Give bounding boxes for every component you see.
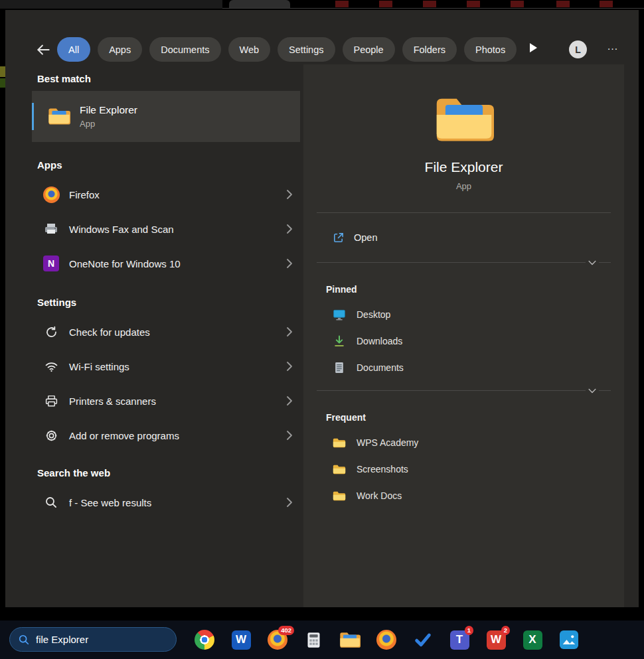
result-windows-fax-and-scan[interactable]: Windows Fax and Scan (32, 212, 300, 246)
pinned-label: Documents (357, 362, 404, 373)
chevron-down-icon[interactable] (586, 387, 599, 395)
taskbar-todo[interactable] (412, 628, 434, 651)
filter-tab-people[interactable]: People (343, 37, 395, 62)
account-avatar[interactable]: L (569, 40, 587, 58)
divider (317, 390, 611, 391)
firefox-icon (42, 186, 60, 203)
filter-tab-all[interactable]: All (57, 37, 90, 62)
desktop-edge (0, 66, 5, 77)
taskbar-firefox-badged[interactable]: 402 (266, 628, 289, 651)
chevron-right-icon[interactable] (285, 496, 293, 509)
best-match-result[interactable]: File Explorer App (32, 91, 300, 142)
pinned-heading: Pinned (326, 284, 624, 295)
download-icon (333, 334, 346, 348)
excel-icon: X (523, 630, 542, 650)
desktop-edge (0, 78, 5, 88)
result-printers-scanners[interactable]: Printers & scanners (32, 384, 300, 418)
result-check-for-updates[interactable]: Check for updates (32, 315, 300, 349)
taskbar-teams[interactable]: T 1 (448, 628, 471, 651)
taskbar-search-input[interactable] (36, 634, 155, 645)
chevron-right-icon[interactable] (285, 360, 293, 373)
file-explorer-folder-icon-large (303, 64, 624, 145)
notification-badge: 1 (465, 626, 473, 635)
notification-badge: 2 (501, 626, 510, 635)
pinned-label: Desktop (357, 309, 390, 320)
desktop-icon (333, 308, 346, 321)
folder-icon (333, 436, 346, 449)
preview-pane: File Explorer App Open Pinned Desktop (303, 64, 624, 607)
folder-icon (333, 463, 346, 476)
taskbar-photos[interactable] (558, 628, 580, 651)
taskbar-chrome[interactable] (193, 628, 216, 651)
filter-tab-apps[interactable]: Apps (98, 37, 142, 62)
pinned-item-downloads[interactable]: Downloads (303, 328, 624, 354)
chevron-right-icon[interactable] (285, 188, 293, 201)
frequent-label: Screenshots (357, 464, 408, 475)
background-thumbnail (379, 1, 392, 7)
chevron-right-icon[interactable] (285, 325, 293, 338)
wifi-icon (42, 358, 60, 375)
filter-tab-settings[interactable]: Settings (278, 37, 335, 62)
frequent-item-work-docs[interactable]: Work Docs (303, 482, 624, 509)
result-firefox[interactable]: Firefox (32, 177, 300, 212)
taskbar-word[interactable]: W (230, 628, 252, 651)
pinned-item-documents[interactable]: Documents (303, 354, 624, 381)
more-options-button[interactable]: … (603, 37, 623, 56)
search-icon (42, 494, 60, 511)
filters-overflow-icon[interactable] (530, 43, 537, 52)
taskbar-calculator[interactable] (302, 628, 325, 651)
result-label: Add or remove programs (69, 430, 285, 441)
pinned-label: Downloads (357, 336, 402, 346)
search-filter-tabs: All Apps Documents Web Settings People F… (57, 37, 517, 62)
frequent-item-wps-academy[interactable]: WPS Academy (303, 429, 624, 456)
taskbar-search-box[interactable] (9, 627, 177, 652)
result-label: OneNote for Windows 10 (69, 258, 285, 269)
frequent-heading: Frequent (326, 412, 624, 423)
chevron-down-icon[interactable] (586, 259, 599, 267)
result-onenote[interactable]: N OneNote for Windows 10 (32, 246, 300, 281)
open-icon (332, 232, 345, 244)
taskbar-excel[interactable]: X (521, 628, 544, 651)
divider (317, 212, 611, 213)
preview-subtitle: App (303, 181, 624, 191)
taskbar: W 402 T 1 W 2 X (0, 621, 644, 659)
open-label: Open (354, 232, 377, 243)
selection-accent-bar (32, 103, 34, 130)
result-label: f - See web results (69, 497, 285, 508)
file-explorer-folder-icon (48, 107, 70, 126)
open-action[interactable]: Open (303, 213, 624, 262)
result-wifi-settings[interactable]: Wi-Fi settings (32, 349, 300, 384)
frequent-item-screenshots[interactable]: Screenshots (303, 456, 624, 482)
onenote-icon: N (42, 255, 60, 272)
divider (222, 8, 644, 9)
result-label: Check for updates (69, 327, 285, 338)
taskbar-file-explorer[interactable] (339, 628, 361, 651)
chevron-right-icon[interactable] (285, 222, 293, 236)
best-match-title: File Explorer (80, 104, 137, 116)
taskbar-firefox[interactable] (375, 628, 398, 651)
back-button[interactable] (35, 41, 52, 58)
apps-heading: Apps (37, 159, 300, 171)
preview-title: File Explorer (303, 159, 624, 175)
pinned-item-desktop[interactable]: Desktop (303, 301, 624, 328)
chevron-right-icon[interactable] (285, 257, 293, 270)
best-match-text: File Explorer App (80, 104, 137, 129)
result-label: Printers & scanners (69, 396, 285, 407)
result-add-remove-programs[interactable]: Add or remove programs (32, 418, 300, 453)
filter-tab-photos[interactable]: Photos (464, 37, 517, 62)
background-thumbnail (467, 1, 480, 7)
filter-tab-web[interactable]: Web (228, 37, 271, 62)
firefox-icon (376, 630, 396, 650)
filter-tab-folders[interactable]: Folders (402, 37, 457, 62)
chevron-right-icon[interactable] (285, 429, 293, 442)
gear-icon (42, 427, 60, 444)
result-web-search[interactable]: f - See web results (32, 485, 300, 520)
taskbar-wps[interactable]: W 2 (485, 628, 507, 651)
filter-tab-documents[interactable]: Documents (149, 37, 220, 62)
result-label: Wi-Fi settings (69, 361, 285, 372)
background-thumbnail (556, 1, 570, 7)
chevron-right-icon[interactable] (285, 394, 293, 407)
notification-badge: 402 (278, 626, 294, 635)
printer-icon (42, 392, 60, 409)
background-window (0, 0, 222, 9)
